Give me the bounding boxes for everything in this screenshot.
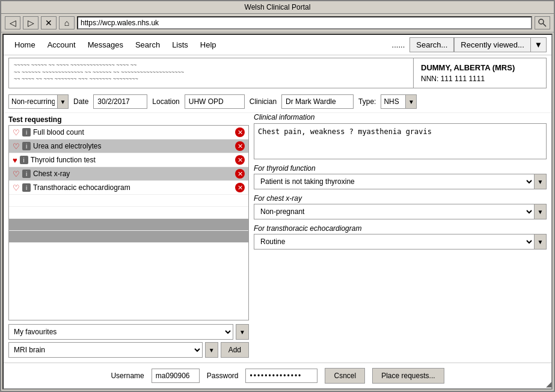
heart-icon-3[interactable]: ♥ — [13, 156, 17, 165]
test-row: ♡ i Full blood count ✕ — [9, 126, 248, 139]
sketch-line1: ~~~~~ ~~~~~ ~~ ~~~~ ~~~~~~~~~~~~~~ ~~~~ … — [14, 62, 408, 69]
empty-row-2 — [9, 207, 248, 219]
add-button[interactable]: Add — [221, 342, 249, 358]
favourites-arrow[interactable]: ▼ — [236, 324, 249, 340]
type2-input[interactable] — [381, 95, 405, 108]
username-input[interactable] — [152, 369, 200, 383]
menu-account[interactable]: Account — [41, 38, 82, 52]
menu-search[interactable]: Search — [129, 38, 166, 52]
info-icon-3[interactable]: i — [20, 156, 28, 164]
menu-dots: ...... — [387, 38, 410, 52]
menu-help[interactable]: Help — [194, 38, 222, 52]
remove-btn-1[interactable]: ✕ — [235, 127, 245, 137]
test-name-3: Thyroid function test — [31, 156, 233, 164]
nnn-label: NNN: — [421, 75, 438, 83]
clinical-textarea[interactable]: Chest pain, weakness ? myasthenia gravis — [254, 123, 547, 159]
address-bar[interactable] — [77, 16, 532, 29]
search-icon — [538, 19, 547, 27]
thyroid-arrow[interactable]: ▼ — [534, 174, 546, 189]
info-icon-2[interactable]: i — [22, 142, 31, 150]
menu-bar: Home Account Messages Search Lists Help … — [4, 35, 551, 55]
remove-btn-3[interactable]: ✕ — [235, 155, 245, 165]
add-test-select[interactable]: MRI brain — [8, 342, 203, 358]
info-icon-5[interactable]: i — [22, 183, 31, 192]
heart-icon-2[interactable]: ♡ — [13, 142, 20, 151]
heart-icon-5[interactable]: ♡ — [13, 183, 20, 192]
echo-select[interactable]: Routine — [254, 234, 534, 249]
main-content: Test requesting ♡ i Full blood count ✕ ♡… — [4, 113, 551, 363]
echo-arrow[interactable]: ▼ — [534, 234, 546, 249]
echo-select-wrap: Routine ▼ — [254, 234, 547, 250]
test-row: ♡ i Urea and electrolytes ✕ — [9, 139, 248, 153]
test-name-2: Urea and electrolytes — [33, 142, 233, 150]
recently-viewed-button[interactable]: Recently viewed... — [454, 37, 531, 52]
test-requesting-title: Test requesting — [8, 113, 249, 125]
location-label: Location — [152, 97, 179, 106]
page-title: Welsh Clinical Portal — [245, 3, 311, 11]
empty-row-3 — [9, 219, 248, 231]
xray-select-wrap: Non-pregnant ▼ — [254, 204, 547, 219]
favourites-select[interactable]: My favourites — [8, 324, 233, 340]
add-test-arrow[interactable]: ▼ — [205, 342, 218, 358]
encounter-type-combo[interactable]: ▼ — [8, 94, 69, 109]
xray-section: For chest x-ray Non-pregnant ▼ — [254, 194, 547, 219]
menu-home[interactable]: Home — [8, 38, 41, 52]
patient-sketch: ~~~~~ ~~~~~ ~~ ~~~~ ~~~~~~~~~~~~~~ ~~~~ … — [9, 58, 414, 88]
home-button[interactable]: ⌂ — [59, 16, 75, 29]
thyroid-select-wrap: Patient is not taking thyroxine ▼ — [254, 174, 547, 189]
clinical-label: Clinical information — [254, 113, 547, 121]
add-row: MRI brain ▼ Add — [8, 342, 249, 358]
encounter-type-input[interactable] — [9, 95, 57, 108]
sketch-line3: ~~ ~~~~ ~~ ~~~ ~~~~~~~ ~~~ ~~~~~~~ ~~~~~… — [14, 76, 408, 83]
location-input[interactable] — [185, 94, 245, 109]
remove-btn-5[interactable]: ✕ — [235, 183, 245, 192]
xray-select[interactable]: Non-pregnant — [254, 204, 534, 219]
place-requests-button[interactable]: Place requests... — [372, 368, 444, 384]
patient-name: DUMMY, ALBERTA (MRS) — [421, 63, 539, 72]
heart-icon-4[interactable]: ♡ — [13, 170, 20, 179]
type2-arrow[interactable]: ▼ — [405, 95, 416, 108]
remove-btn-2[interactable]: ✕ — [235, 141, 245, 151]
empty-row-4 — [9, 231, 248, 243]
info-icon-4[interactable]: i — [22, 170, 31, 178]
patient-banner: ~~~~~ ~~~~~ ~~ ~~~~ ~~~~~~~~~~~~~~ ~~~~ … — [8, 58, 547, 88]
title-bar: Welsh Clinical Portal — [1, 1, 554, 14]
patient-nnn: NNN: 111 111 1111 — [421, 75, 539, 83]
clinician-input[interactable] — [281, 94, 354, 109]
thyroid-select[interactable]: Patient is not taking thyroxine — [254, 174, 534, 189]
clinician-label: Clinician — [250, 97, 277, 106]
xray-arrow[interactable]: ▼ — [534, 204, 546, 219]
forward-button[interactable]: ▷ — [23, 16, 38, 29]
recently-viewed-dropdown[interactable]: ▼ — [531, 37, 547, 52]
svg-point-0 — [539, 19, 544, 24]
info-icon-1[interactable]: i — [22, 128, 31, 136]
menu-lists[interactable]: Lists — [166, 38, 194, 52]
date-input[interactable] — [93, 94, 147, 109]
menu-messages[interactable]: Messages — [82, 38, 129, 52]
test-row: ♡ i Transthoracic echocardiogram ✕ — [9, 181, 248, 195]
username-label: Username — [111, 372, 144, 380]
left-panel: Test requesting ♡ i Full blood count ✕ ♡… — [8, 113, 249, 358]
right-panel: Clinical information Chest pain, weaknes… — [254, 113, 547, 358]
nnn-value: 111 111 1111 — [441, 75, 485, 83]
thyroid-label: For thyroid function — [254, 164, 547, 173]
remove-btn-4[interactable]: ✕ — [235, 169, 245, 179]
close-button[interactable]: ✕ — [41, 16, 57, 29]
encounter-type-arrow[interactable]: ▼ — [57, 95, 68, 108]
resize-handle[interactable]: ◢ — [546, 380, 551, 388]
xray-label: For chest x-ray — [254, 194, 547, 203]
cancel-button[interactable]: Csncel — [325, 368, 365, 384]
search-button[interactable]: Search... — [409, 37, 454, 52]
test-row: ♡ i Chest x-ray ✕ — [9, 167, 248, 181]
echo-label: For transthoracic echocardiogram — [254, 224, 547, 233]
clinical-section: Clinical information Chest pain, weaknes… — [254, 113, 547, 159]
heart-icon-1[interactable]: ♡ — [13, 128, 20, 137]
test-name-4: Chest x-ray — [33, 170, 233, 178]
type2-combo[interactable]: ▼ — [381, 94, 417, 109]
svg-line-1 — [543, 23, 546, 26]
go-button[interactable] — [535, 16, 550, 29]
test-row: ♥ i Thyroid function test ✕ — [9, 153, 248, 167]
password-input[interactable] — [245, 369, 317, 383]
back-button[interactable]: ◁ — [5, 16, 20, 29]
password-label: Password — [207, 372, 239, 380]
